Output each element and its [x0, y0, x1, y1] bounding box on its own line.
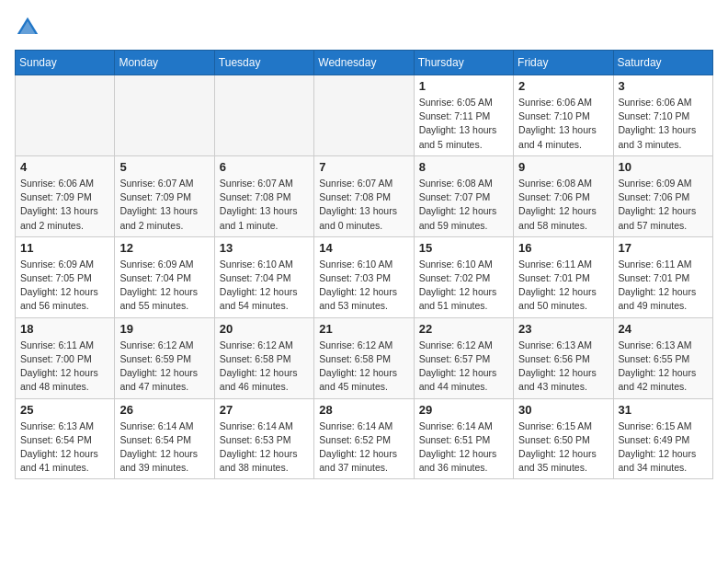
day-header-saturday: Saturday	[613, 51, 712, 75]
day-info: Sunrise: 6:08 AM Sunset: 7:07 PM Dayligh…	[419, 177, 508, 233]
calendar-cell: 25Sunrise: 6:13 AM Sunset: 6:54 PM Dayli…	[16, 398, 115, 479]
calendar-cell: 13Sunrise: 6:10 AM Sunset: 7:04 PM Dayli…	[214, 236, 313, 317]
calendar-cell: 29Sunrise: 6:14 AM Sunset: 6:51 PM Dayli…	[414, 398, 513, 479]
day-number: 4	[20, 160, 109, 174]
calendar-cell: 15Sunrise: 6:10 AM Sunset: 7:02 PM Dayli…	[414, 236, 513, 317]
day-number: 7	[319, 160, 408, 174]
calendar-header-row: SundayMondayTuesdayWednesdayThursdayFrid…	[16, 51, 713, 75]
logo	[15, 15, 44, 40]
day-number: 22	[419, 322, 508, 336]
day-number: 14	[319, 241, 408, 255]
calendar-cell: 11Sunrise: 6:09 AM Sunset: 7:05 PM Dayli…	[16, 236, 115, 317]
day-info: Sunrise: 6:14 AM Sunset: 6:52 PM Dayligh…	[319, 419, 408, 476]
calendar-cell: 23Sunrise: 6:13 AM Sunset: 6:56 PM Dayli…	[514, 317, 613, 398]
day-number: 27	[220, 403, 309, 417]
calendar-cell: 5Sunrise: 6:07 AM Sunset: 7:09 PM Daylig…	[115, 155, 214, 236]
day-number: 23	[518, 322, 608, 336]
day-number: 11	[20, 241, 109, 255]
day-info: Sunrise: 6:06 AM Sunset: 7:10 PM Dayligh…	[518, 96, 608, 152]
calendar-cell: 2Sunrise: 6:06 AM Sunset: 7:10 PM Daylig…	[514, 75, 613, 156]
day-number: 12	[119, 241, 209, 255]
calendar-cell: 6Sunrise: 6:07 AM Sunset: 7:08 PM Daylig…	[214, 155, 313, 236]
day-info: Sunrise: 6:09 AM Sunset: 7:05 PM Dayligh…	[20, 258, 109, 314]
calendar-week-row: 11Sunrise: 6:09 AM Sunset: 7:05 PM Dayli…	[16, 236, 713, 317]
day-info: Sunrise: 6:15 AM Sunset: 6:50 PM Dayligh…	[518, 419, 608, 476]
day-number: 8	[419, 160, 508, 174]
day-number: 3	[619, 79, 708, 93]
day-number: 5	[119, 160, 209, 174]
calendar-week-row: 4Sunrise: 6:06 AM Sunset: 7:09 PM Daylig…	[16, 155, 713, 236]
calendar-cell: 28Sunrise: 6:14 AM Sunset: 6:52 PM Dayli…	[314, 398, 414, 479]
calendar-week-row: 18Sunrise: 6:11 AM Sunset: 7:00 PM Dayli…	[16, 317, 713, 398]
day-info: Sunrise: 6:12 AM Sunset: 6:58 PM Dayligh…	[220, 339, 309, 395]
day-number: 18	[20, 322, 109, 336]
day-number: 19	[119, 322, 209, 336]
calendar-week-row: 25Sunrise: 6:13 AM Sunset: 6:54 PM Dayli…	[16, 398, 713, 479]
calendar-cell: 4Sunrise: 6:06 AM Sunset: 7:09 PM Daylig…	[16, 155, 115, 236]
calendar-table: SundayMondayTuesdayWednesdayThursdayFrid…	[15, 50, 713, 479]
day-info: Sunrise: 6:06 AM Sunset: 7:10 PM Dayligh…	[619, 96, 708, 152]
calendar-cell: 14Sunrise: 6:10 AM Sunset: 7:03 PM Dayli…	[314, 236, 414, 317]
day-info: Sunrise: 6:10 AM Sunset: 7:03 PM Dayligh…	[319, 258, 408, 314]
day-info: Sunrise: 6:13 AM Sunset: 6:54 PM Dayligh…	[20, 419, 109, 476]
day-info: Sunrise: 6:13 AM Sunset: 6:56 PM Dayligh…	[518, 339, 608, 395]
day-info: Sunrise: 6:15 AM Sunset: 6:49 PM Dayligh…	[619, 419, 708, 476]
calendar-cell: 19Sunrise: 6:12 AM Sunset: 6:59 PM Dayli…	[115, 317, 214, 398]
calendar-cell: 9Sunrise: 6:08 AM Sunset: 7:06 PM Daylig…	[514, 155, 613, 236]
day-number: 16	[518, 241, 608, 255]
day-header-tuesday: Tuesday	[214, 51, 313, 75]
calendar-cell: 16Sunrise: 6:11 AM Sunset: 7:01 PM Dayli…	[514, 236, 613, 317]
calendar-cell: 22Sunrise: 6:12 AM Sunset: 6:57 PM Dayli…	[414, 317, 513, 398]
day-number: 1	[419, 79, 508, 93]
calendar-cell	[214, 75, 313, 156]
calendar-week-row: 1Sunrise: 6:05 AM Sunset: 7:11 PM Daylig…	[16, 75, 713, 156]
day-number: 9	[518, 160, 608, 174]
day-number: 2	[518, 79, 608, 93]
day-number: 30	[518, 403, 608, 417]
calendar-cell: 7Sunrise: 6:07 AM Sunset: 7:08 PM Daylig…	[314, 155, 414, 236]
day-number: 10	[619, 160, 708, 174]
day-info: Sunrise: 6:14 AM Sunset: 6:54 PM Dayligh…	[119, 419, 209, 476]
calendar-cell	[16, 75, 115, 156]
day-number: 15	[419, 241, 508, 255]
day-info: Sunrise: 6:11 AM Sunset: 7:01 PM Dayligh…	[619, 258, 708, 314]
day-info: Sunrise: 6:14 AM Sunset: 6:51 PM Dayligh…	[419, 419, 508, 476]
calendar-cell: 17Sunrise: 6:11 AM Sunset: 7:01 PM Dayli…	[613, 236, 712, 317]
day-header-sunday: Sunday	[16, 51, 115, 75]
day-info: Sunrise: 6:08 AM Sunset: 7:06 PM Dayligh…	[518, 177, 608, 233]
day-number: 28	[319, 403, 408, 417]
day-number: 26	[119, 403, 209, 417]
day-number: 25	[20, 403, 109, 417]
calendar-cell: 24Sunrise: 6:13 AM Sunset: 6:55 PM Dayli…	[613, 317, 712, 398]
calendar-cell: 3Sunrise: 6:06 AM Sunset: 7:10 PM Daylig…	[613, 75, 712, 156]
day-number: 29	[419, 403, 508, 417]
day-info: Sunrise: 6:09 AM Sunset: 7:06 PM Dayligh…	[619, 177, 708, 233]
calendar-cell: 10Sunrise: 6:09 AM Sunset: 7:06 PM Dayli…	[613, 155, 712, 236]
page-header	[15, 15, 713, 40]
day-info: Sunrise: 6:11 AM Sunset: 7:00 PM Dayligh…	[20, 339, 109, 395]
day-info: Sunrise: 6:12 AM Sunset: 6:58 PM Dayligh…	[319, 339, 408, 395]
day-info: Sunrise: 6:09 AM Sunset: 7:04 PM Dayligh…	[119, 258, 209, 314]
calendar-cell: 12Sunrise: 6:09 AM Sunset: 7:04 PM Dayli…	[115, 236, 214, 317]
day-info: Sunrise: 6:06 AM Sunset: 7:09 PM Dayligh…	[20, 177, 109, 233]
calendar-cell: 26Sunrise: 6:14 AM Sunset: 6:54 PM Dayli…	[115, 398, 214, 479]
calendar-cell	[314, 75, 414, 156]
day-info: Sunrise: 6:12 AM Sunset: 6:59 PM Dayligh…	[119, 339, 209, 395]
day-number: 13	[220, 241, 309, 255]
day-info: Sunrise: 6:11 AM Sunset: 7:01 PM Dayligh…	[518, 258, 608, 314]
day-info: Sunrise: 6:07 AM Sunset: 7:08 PM Dayligh…	[319, 177, 408, 233]
day-info: Sunrise: 6:07 AM Sunset: 7:09 PM Dayligh…	[119, 177, 209, 233]
calendar-cell: 31Sunrise: 6:15 AM Sunset: 6:49 PM Dayli…	[613, 398, 712, 479]
calendar-cell: 21Sunrise: 6:12 AM Sunset: 6:58 PM Dayli…	[314, 317, 414, 398]
day-number: 17	[619, 241, 708, 255]
calendar-cell: 20Sunrise: 6:12 AM Sunset: 6:58 PM Dayli…	[214, 317, 313, 398]
day-info: Sunrise: 6:05 AM Sunset: 7:11 PM Dayligh…	[419, 96, 508, 152]
day-number: 21	[319, 322, 408, 336]
day-header-thursday: Thursday	[414, 51, 513, 75]
day-info: Sunrise: 6:07 AM Sunset: 7:08 PM Dayligh…	[220, 177, 309, 233]
day-header-monday: Monday	[115, 51, 214, 75]
calendar-cell: 27Sunrise: 6:14 AM Sunset: 6:53 PM Dayli…	[214, 398, 313, 479]
day-number: 24	[619, 322, 708, 336]
calendar-cell	[115, 75, 214, 156]
calendar-cell: 18Sunrise: 6:11 AM Sunset: 7:00 PM Dayli…	[16, 317, 115, 398]
